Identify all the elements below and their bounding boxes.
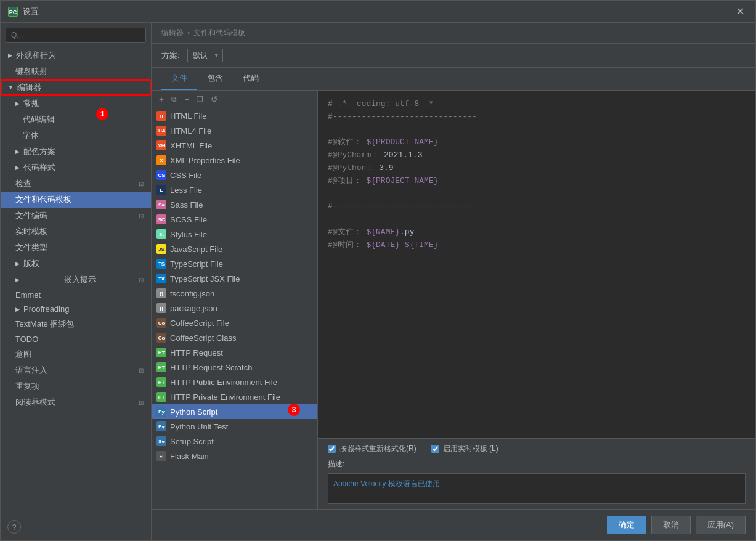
file-item[interactable]: H4HTML4 File [152, 123, 317, 138]
description-box: Apache Velocity 模板语言已使用 [328, 473, 746, 504]
sidebar-item-color[interactable]: ▶ 配色方案 [1, 144, 151, 160]
code-line: #------------------------------ [328, 200, 746, 213]
file-type-icon: Co [156, 333, 166, 343]
inspect-icon: ⊡ [139, 181, 144, 187]
live-template-checkbox[interactable]: 启用实时模板 (L) [431, 444, 498, 454]
file-item[interactable]: StStylus File [152, 227, 317, 242]
file-item[interactable]: TXTypeScript JSX File [152, 271, 317, 286]
remove-button[interactable]: − [182, 93, 192, 105]
apply-button[interactable]: 应用(A) [696, 516, 746, 534]
sidebar-item-copyright[interactable]: ▶ 版权 [1, 256, 151, 272]
settings-dialog: PC 设置 ✕ ↓ 1 ▶ 外观和行为 键盘映射 [0, 0, 756, 541]
code-line: #@PyCharm： 2021.1.3 [328, 149, 746, 162]
sidebar-item-file-templates[interactable]: 文件和代码模板 2 → [1, 192, 151, 208]
file-item[interactable]: HTHTTP Private Environment File [152, 389, 317, 404]
file-item[interactable]: LLess File [152, 182, 317, 197]
file-item-label: Python Unit Test [170, 422, 228, 431]
file-item[interactable]: XHXHTML File [152, 138, 317, 153]
code-line: #------------------------------ [328, 111, 746, 124]
sidebar-item-proofreading[interactable]: ▶ Proofreading [1, 302, 151, 316]
file-type-icon: X [156, 155, 166, 165]
help-button[interactable]: ? [7, 520, 21, 534]
reformat-checkbox-input[interactable] [328, 445, 336, 453]
cancel-button[interactable]: 取消 [651, 516, 691, 534]
file-type-icon: L [156, 185, 166, 195]
file-item[interactable]: SeSetup Script [152, 434, 317, 449]
sidebar-item-reader[interactable]: 阅读器模式 ⊡ [1, 394, 151, 410]
file-item[interactable]: HTHTTP Request [152, 345, 317, 360]
add-button[interactable]: + [156, 93, 166, 105]
file-item[interactable]: HTHTTP Request Scratch [152, 360, 317, 375]
editor-panel: # -*- coding: utf-8 -*- #---------------… [318, 91, 755, 509]
file-item[interactable]: HHTML File [152, 108, 317, 123]
sidebar-item-general[interactable]: ▶ 常规 [1, 96, 151, 112]
file-item-label: HTML File [170, 112, 206, 121]
tab-code[interactable]: 代码 [233, 68, 269, 90]
embed-hint-icon: ⊡ [139, 277, 144, 283]
main-content: ↓ 1 ▶ 外观和行为 键盘映射 ▼ 编辑器 ▶ 常规 [1, 23, 755, 540]
tab-file[interactable]: 文件 [161, 68, 197, 90]
file-item[interactable]: JSJavaScript File [152, 242, 317, 256]
reformat-checkbox[interactable]: 按照样式重新格式化(R) [328, 444, 417, 454]
sidebar-item-file-type[interactable]: 文件类型 [1, 240, 151, 256]
file-item-label: HTTP Request Scratch [170, 363, 252, 372]
sidebar-item-keyboard[interactable]: 键盘映射 [1, 63, 151, 79]
sidebar-item-code-edit[interactable]: 代码编辑 [1, 112, 151, 128]
tab-include[interactable]: 包含 [197, 68, 233, 90]
file-item[interactable]: TSTypeScript File [152, 256, 317, 271]
file-item[interactable]: {}package.json [152, 301, 317, 315]
live-template-checkbox-input[interactable] [431, 445, 439, 453]
sidebar-item-todo[interactable]: TODO [1, 332, 151, 346]
sidebar-item-emmet[interactable]: Emmet [1, 288, 151, 302]
sidebar-item-lang-inject[interactable]: 语言注入 ⊡ [1, 362, 151, 378]
copy-button[interactable]: ⧉ [169, 94, 179, 105]
breadcrumb-parent: 编辑器 [161, 28, 184, 38]
reset-button[interactable]: ↺ [208, 93, 221, 105]
scheme-select[interactable]: 默认 [187, 49, 223, 62]
duplicate-button[interactable]: ❐ [194, 94, 206, 105]
file-item-label: package.json [170, 304, 217, 313]
sidebar-item-font[interactable]: 字体 [1, 128, 151, 144]
file-type-icon: HT [156, 348, 166, 357]
sidebar-item-code-style[interactable]: ▶ 代码样式 [1, 160, 151, 176]
description-text: Apache Velocity 模板语言已使用 [333, 479, 440, 488]
file-item-label: TypeScript File [170, 259, 223, 269]
file-item[interactable]: PyPython Unit Test [152, 419, 317, 434]
file-type-icon: HT [156, 377, 166, 387]
app-icon: PC [8, 7, 18, 17]
file-type-icon: Py [156, 421, 166, 431]
file-item[interactable]: {}tsconfig.json [152, 286, 317, 301]
file-item[interactable]: HTHTTP Public Environment File [152, 375, 317, 389]
sidebar-item-live-template[interactable]: 实时模板 [1, 224, 151, 240]
sidebar-item-inspect[interactable]: 检查 ⊡ [1, 176, 151, 192]
code-editor[interactable]: # -*- coding: utf-8 -*- #---------------… [318, 91, 755, 438]
close-button[interactable]: ✕ [733, 4, 748, 18]
file-item-label: Sass File [170, 200, 203, 209]
file-item[interactable]: SCSCSS File [152, 212, 317, 227]
file-item[interactable]: FlFlask Main [152, 449, 317, 463]
reader-icon: ⊡ [139, 399, 144, 406]
sidebar-item-dup[interactable]: 重复项 [1, 378, 151, 394]
sidebar-item-editor[interactable]: ▼ 编辑器 [1, 79, 151, 96]
tabs-row: 文件 包含 代码 [152, 68, 755, 91]
file-item-label: CSS File [170, 171, 201, 180]
sidebar-item-appearance[interactable]: ▶ 外观和行为 [1, 47, 151, 63]
file-item[interactable]: CSCSS File [152, 168, 317, 182]
scheme-row: 方案: 默认 [152, 44, 755, 68]
sidebar-item-textmate[interactable]: TextMate 捆绑包 [1, 316, 151, 332]
file-item[interactable]: XXML Properties File [152, 153, 317, 168]
file-item[interactable]: CoCoffeeScript File [152, 315, 317, 330]
file-item[interactable]: CoCoffeeScript Class [152, 330, 317, 345]
confirm-button[interactable]: 确定 [607, 516, 646, 534]
sidebar-item-file-encoding[interactable]: 文件编码 ⊡ [1, 208, 151, 224]
search-input[interactable] [6, 28, 146, 43]
file-type-icon: {} [156, 288, 166, 298]
file-type-icon: CS [156, 170, 166, 180]
editor-footer: 按照样式重新格式化(R) 启用实时模板 (L) 描述: Apache Veloc… [318, 438, 755, 509]
file-type-icon: TS [156, 259, 166, 269]
file-encoding-icon: ⊡ [139, 213, 144, 219]
file-item[interactable]: SaSass File [152, 197, 317, 212]
sidebar-item-intention[interactable]: 意图 [1, 346, 151, 362]
code-line: #@项目： ${PROJECT_NAME} [328, 175, 746, 188]
sidebar-item-embed-hint[interactable]: ▶ 嵌入提示 ⊡ [1, 272, 151, 288]
